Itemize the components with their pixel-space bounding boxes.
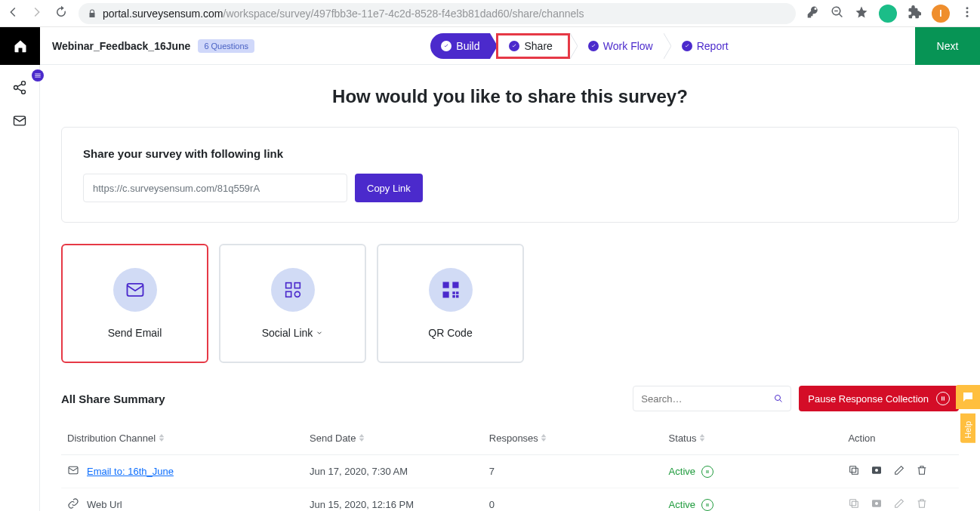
link-icon <box>67 497 79 511</box>
pause-status-icon[interactable] <box>701 499 713 511</box>
svg-rect-17 <box>442 291 448 297</box>
rail-share[interactable] <box>12 80 27 95</box>
step-share[interactable]: Share <box>496 33 569 59</box>
preview-action-icon[interactable] <box>871 497 883 511</box>
svg-point-22 <box>775 396 781 401</box>
progress-steps: Build Share Work Flow Report <box>254 33 915 59</box>
delete-action-icon[interactable] <box>916 464 928 479</box>
svg-rect-9 <box>14 116 26 125</box>
svg-rect-24 <box>941 396 942 400</box>
svg-rect-21 <box>456 295 459 298</box>
status-cell: Active <box>669 466 837 478</box>
svg-point-6 <box>22 90 26 94</box>
svg-marker-26 <box>159 434 164 437</box>
svg-marker-30 <box>541 434 547 437</box>
pause-collection-button[interactable]: Pause Response Collection <box>799 386 959 411</box>
svg-rect-38 <box>850 466 856 473</box>
check-icon <box>441 41 451 51</box>
left-rail <box>0 65 40 511</box>
svg-marker-29 <box>359 439 365 442</box>
card-social-link[interactable]: Social Link <box>219 244 366 363</box>
summary-title: All Share Summary <box>61 392 165 405</box>
rail-toggle-icon[interactable] <box>32 69 44 82</box>
svg-rect-43 <box>852 501 858 507</box>
reload-button[interactable] <box>54 5 68 21</box>
svg-marker-31 <box>541 439 547 442</box>
svg-rect-35 <box>707 470 707 473</box>
bookmark-star-icon[interactable] <box>855 5 868 21</box>
preview-action-icon[interactable] <box>871 464 883 479</box>
copy-action-icon[interactable] <box>848 464 860 479</box>
svg-marker-33 <box>700 439 705 442</box>
svg-rect-13 <box>285 291 291 297</box>
share-summary-table: Distribution Channel Send Date Responses… <box>61 422 959 511</box>
edit-action-icon[interactable] <box>893 497 905 511</box>
channel-text: Web Url <box>87 499 122 510</box>
card-qr-code[interactable]: QR Code <box>377 244 524 363</box>
svg-rect-18 <box>452 291 455 294</box>
mail-icon <box>113 268 157 312</box>
svg-rect-37 <box>852 468 858 474</box>
page-title: How would you like to share this survey? <box>61 86 959 107</box>
next-button[interactable]: Next <box>915 27 980 65</box>
lock-icon <box>88 9 97 18</box>
copy-action-icon[interactable] <box>848 497 860 511</box>
svg-point-5 <box>14 86 18 90</box>
avatar-icon[interactable]: I <box>932 5 950 23</box>
pause-status-icon[interactable] <box>701 466 713 478</box>
svg-rect-20 <box>452 295 455 298</box>
help-tab[interactable]: Help <box>956 385 980 443</box>
send-date-cell: Jun 15, 2020, 12:16 PM <box>304 488 483 512</box>
svg-rect-42 <box>708 503 709 506</box>
svg-marker-32 <box>700 434 705 437</box>
sort-icon[interactable] <box>699 433 705 444</box>
sort-icon[interactable] <box>541 433 547 444</box>
delete-action-icon[interactable] <box>916 497 928 511</box>
sort-icon[interactable] <box>359 433 365 444</box>
browser-toolbar: portal.surveysensum.com/workspace/survey… <box>0 0 980 27</box>
step-report[interactable]: Report <box>671 33 739 59</box>
mail-icon <box>67 464 79 479</box>
key-icon[interactable] <box>806 5 820 21</box>
back-button[interactable] <box>6 5 20 21</box>
sort-icon[interactable] <box>159 433 165 444</box>
channel-link[interactable]: Email to: 16th_June <box>87 466 174 477</box>
rail-email[interactable] <box>12 113 27 128</box>
extension-grammarly-icon[interactable] <box>879 5 897 23</box>
svg-rect-25 <box>944 396 945 400</box>
svg-rect-19 <box>456 291 459 294</box>
home-icon <box>13 38 28 54</box>
share-link-input[interactable] <box>83 174 347 202</box>
home-button[interactable] <box>0 27 40 65</box>
summary-search[interactable] <box>633 386 791 411</box>
mail-icon <box>12 113 27 128</box>
step-build[interactable]: Build <box>430 33 490 59</box>
send-date-cell: Jun 17, 2020, 7:30 AM <box>304 455 483 488</box>
copy-link-button[interactable]: Copy Link <box>355 174 423 202</box>
extensions-icon[interactable] <box>908 5 921 21</box>
address-bar[interactable]: portal.surveysensum.com/workspace/survey… <box>79 3 796 24</box>
svg-point-40 <box>875 469 878 472</box>
svg-marker-27 <box>159 439 164 442</box>
zoom-icon[interactable] <box>831 5 844 21</box>
share-icon <box>12 80 27 95</box>
share-link-panel: Share your survey with following link Co… <box>61 127 959 223</box>
table-row: Web Url Jun 15, 2020, 12:16 PM 0 Active <box>61 488 959 512</box>
svg-point-4 <box>22 82 26 85</box>
edit-action-icon[interactable] <box>893 464 905 479</box>
svg-line-23 <box>780 400 782 402</box>
svg-rect-16 <box>452 282 458 288</box>
svg-point-2 <box>966 15 969 17</box>
card-send-email[interactable]: Send Email <box>61 244 208 363</box>
svg-rect-36 <box>708 470 709 473</box>
step-workflow[interactable]: Work Flow <box>578 33 664 59</box>
chevron-down-icon <box>316 329 323 337</box>
svg-rect-15 <box>442 282 448 288</box>
step-separator <box>570 33 578 59</box>
actions-cell <box>848 497 953 511</box>
forward-button[interactable] <box>30 5 44 21</box>
svg-rect-34 <box>69 466 78 473</box>
questions-badge[interactable]: 6 Questions <box>198 39 254 53</box>
more-menu-icon[interactable] <box>960 5 974 21</box>
search-input[interactable] <box>641 393 768 405</box>
